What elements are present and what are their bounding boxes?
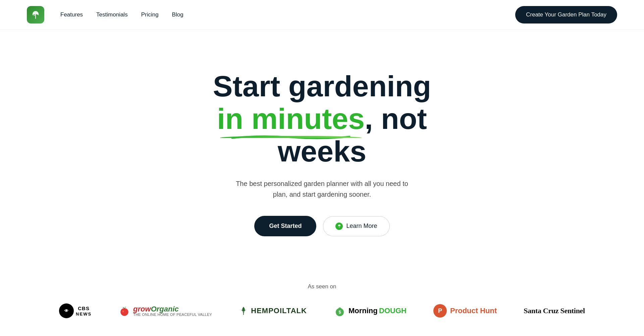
leaf-icon	[335, 223, 343, 230]
nav-pricing[interactable]: Pricing	[141, 11, 159, 18]
cbs-circle: 👁	[59, 303, 74, 318]
nav-features[interactable]: Features	[60, 11, 83, 18]
nav-blog[interactable]: Blog	[172, 11, 183, 18]
nav-testimonials[interactable]: Testimonials	[96, 11, 128, 18]
groworganic-text: growOrganic	[133, 305, 212, 313]
groworganic-subtext: THE ONLINE HOME OF PEACEFUL VALLEY	[133, 313, 212, 317]
nav-cta-button[interactable]: Create Your Garden Plan Today	[515, 6, 617, 23]
cbs-news-logo: 👁 CBS NEWS	[59, 303, 92, 318]
svg-point-2	[122, 310, 124, 312]
hempoiltalk-logo: HEMPOILTALK	[239, 306, 307, 316]
hero-section: Start gardening in minutes , not weeks T…	[0, 30, 644, 263]
hempoiltalk-text: HEMPOILTALK	[251, 306, 307, 315]
logo[interactable]	[27, 6, 44, 23]
cbs-text-top: CBS	[76, 305, 92, 311]
product-hunt-logo: P Product Hunt	[433, 304, 497, 318]
navbar: Features Testimonials Pricing Blog Creat…	[0, 0, 644, 30]
cbs-text-bottom: NEWS	[76, 311, 92, 317]
sentinel-text: Santa Cruz Sentinel	[524, 306, 585, 315]
groworganic-logo: growOrganic THE ONLINE HOME OF PEACEFUL …	[118, 305, 212, 317]
hemp-leaf-icon	[239, 306, 248, 316]
money-bag-icon: $	[334, 305, 346, 317]
hero-title-highlight: in minutes	[217, 103, 365, 135]
svg-text:$: $	[338, 309, 341, 315]
as-seen-label: As seen on	[308, 283, 336, 290]
hero-title: Start gardening in minutes , not weeks	[171, 70, 473, 167]
as-seen-on-section: As seen on 👁 CBS NEWS	[0, 263, 644, 336]
product-hunt-text: Product Hunt	[450, 306, 497, 315]
hero-buttons: Get Started Learn More	[254, 216, 389, 236]
hero-subtitle: The best personalized garden planner wit…	[228, 178, 416, 200]
santa-cruz-sentinel-logo: Santa Cruz Sentinel	[524, 306, 585, 315]
nav-links: Features Testimonials Pricing Blog	[60, 11, 183, 18]
ph-circle: P	[433, 304, 447, 318]
morning-dough-logo: $ Morning DOUGH	[334, 305, 407, 317]
get-started-button[interactable]: Get Started	[254, 216, 316, 236]
brand-logos-row: 👁 CBS NEWS growOrganic THE ONLINE HOME O…	[59, 303, 585, 318]
svg-point-1	[120, 308, 128, 316]
tomato-icon	[118, 305, 130, 317]
morning-dough-text: Morning DOUGH	[348, 306, 407, 315]
learn-more-button[interactable]: Learn More	[323, 216, 389, 236]
learn-more-label: Learn More	[346, 223, 377, 230]
hero-title-line1: Start gardening	[213, 69, 431, 103]
